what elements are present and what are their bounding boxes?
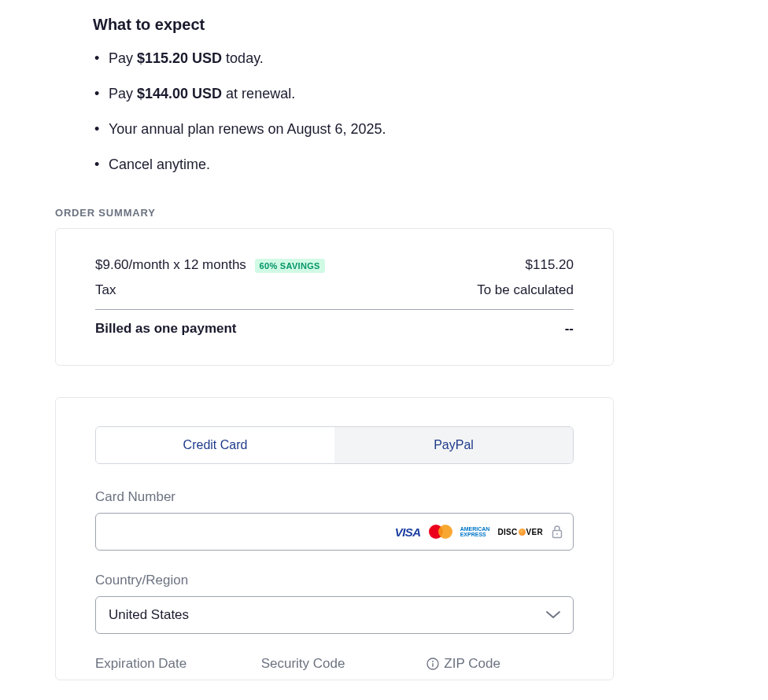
- savings-badge: 60% SAVINGS: [255, 259, 325, 273]
- summary-line-item: $9.60/month x 12 months 60% SAVINGS $115…: [95, 257, 574, 273]
- svg-rect-4: [433, 663, 434, 667]
- card-details-row: Expiration Date Security Code ZIP Code: [95, 656, 574, 680]
- country-field: Country/Region United States: [95, 573, 574, 634]
- zip-field: ZIP Code: [426, 656, 574, 680]
- security-code-label: Security Code: [261, 656, 408, 672]
- expect-item: Pay $115.20 USD today.: [93, 48, 768, 69]
- lock-icon: [551, 525, 563, 539]
- tab-credit-card[interactable]: Credit Card: [96, 427, 334, 463]
- mastercard-icon: [429, 525, 452, 539]
- expect-item: Cancel anytime.: [93, 154, 768, 175]
- info-icon[interactable]: [426, 658, 439, 670]
- security-code-field: Security Code: [261, 656, 408, 680]
- payment-card: Credit Card PayPal Card Number VISA AMER…: [55, 397, 614, 680]
- expiration-field: Expiration Date: [95, 656, 242, 680]
- amex-icon: AMERICANEXPRESS: [460, 526, 490, 537]
- expect-item: Your annual plan renews on August 6, 202…: [93, 119, 768, 140]
- total-label: Billed as one payment: [95, 321, 237, 337]
- summary-divider: [95, 309, 574, 310]
- chevron-down-icon: [546, 608, 560, 622]
- country-label: Country/Region: [95, 573, 574, 588]
- expiration-label: Expiration Date: [95, 656, 242, 672]
- country-select[interactable]: United States: [95, 596, 574, 634]
- card-number-input[interactable]: [105, 514, 395, 550]
- card-number-input-wrapper[interactable]: VISA AMERICANEXPRESS DISCVER: [95, 513, 574, 551]
- summary-tax-row: Tax To be calculated: [95, 282, 574, 298]
- what-to-expect-section: What to expect Pay $115.20 USD today. Pa…: [93, 16, 768, 175]
- tax-label: Tax: [95, 282, 116, 298]
- expect-item: Pay $144.00 USD at renewal.: [93, 83, 768, 105]
- svg-point-3: [432, 661, 434, 662]
- summary-plan-text: $9.60/month x 12 months: [95, 257, 246, 272]
- card-number-label: Card Number: [95, 489, 574, 505]
- country-value: United States: [109, 607, 189, 623]
- order-summary-card: $9.60/month x 12 months 60% SAVINGS $115…: [55, 228, 614, 366]
- svg-point-1: [556, 533, 558, 535]
- tax-value: To be calculated: [477, 282, 574, 298]
- card-number-field: Card Number VISA AMERICANEXPRESS DISCVER: [95, 489, 574, 551]
- summary-total-row: Billed as one payment --: [95, 321, 574, 337]
- tab-paypal[interactable]: PayPal: [334, 427, 573, 463]
- total-value: --: [565, 321, 574, 337]
- discover-icon: DISCVER: [497, 528, 543, 536]
- summary-plan-price: $115.20: [526, 257, 574, 273]
- visa-icon: VISA: [395, 525, 421, 539]
- payment-tabs: Credit Card PayPal: [95, 426, 574, 464]
- card-brand-icons: VISA AMERICANEXPRESS DISCVER: [395, 525, 563, 539]
- expect-list: Pay $115.20 USD today. Pay $144.00 USD a…: [93, 48, 768, 175]
- order-summary-label: ORDER SUMMARY: [55, 207, 768, 219]
- zip-label: ZIP Code: [426, 656, 574, 672]
- what-to-expect-title: What to expect: [93, 16, 768, 34]
